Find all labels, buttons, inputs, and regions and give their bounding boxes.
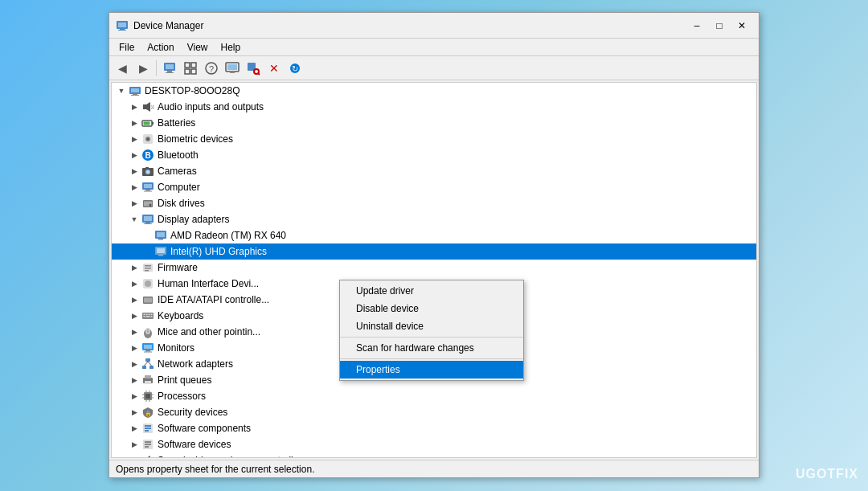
toolbar-computer[interactable] — [160, 59, 179, 78]
keyboards-toggle[interactable]: ▶ — [128, 312, 141, 320]
svg-rect-53 — [157, 232, 165, 237]
svg-text:B: B — [145, 151, 150, 160]
tree-swdevices[interactable]: ▶ Software devices — [112, 436, 756, 452]
tree-bluetooth[interactable]: ▶ B Bluetooth — [112, 147, 756, 163]
tree-processors[interactable]: ▶ Processors — [112, 388, 756, 404]
ctx-properties[interactable]: Properties — [340, 361, 523, 378]
ide-toggle[interactable]: ▶ — [128, 296, 141, 304]
security-toggle[interactable]: ▶ — [128, 408, 141, 416]
minimize-button[interactable]: – — [686, 18, 707, 34]
bluetooth-icon: B — [141, 148, 155, 162]
swcomponents-icon — [141, 421, 155, 436]
svg-line-85 — [148, 362, 152, 366]
svg-rect-107 — [145, 446, 149, 448]
menu-help[interactable]: Help — [215, 40, 248, 55]
ctx-uninstall-device[interactable]: Uninstall device — [340, 317, 523, 335]
ctx-scan-hardware[interactable]: Scan for hardware changes — [340, 339, 523, 357]
menu-action[interactable]: Action — [141, 40, 180, 55]
toolbar-back[interactable]: ◀ — [113, 59, 132, 78]
sound-toggle[interactable]: ▶ — [128, 456, 141, 458]
monitors-toggle[interactable]: ▶ — [128, 344, 141, 352]
security-icon: 🔒 — [141, 405, 155, 419]
print-toggle[interactable]: ▶ — [128, 376, 141, 384]
audio-label: Audio inputs and outputs — [158, 101, 264, 113]
firmware-toggle[interactable]: ▶ — [128, 264, 141, 272]
window-controls: – □ ✕ — [686, 18, 752, 34]
menu-file[interactable]: File — [113, 40, 141, 55]
bluetooth-toggle[interactable]: ▶ — [128, 151, 141, 159]
svg-rect-106 — [145, 444, 151, 445]
audio-icon: )))) — [141, 100, 155, 114]
tree-swcomponents[interactable]: ▶ Software components — [112, 420, 756, 436]
processors-toggle[interactable]: ▶ — [128, 392, 141, 400]
swcomponents-toggle[interactable]: ▶ — [128, 424, 141, 432]
tree-displayadapters[interactable]: ▼ Display adapters — [112, 211, 756, 227]
batteries-toggle[interactable]: ▶ — [128, 119, 141, 127]
svg-rect-103 — [145, 430, 149, 432]
hid-label: Human Interface Devi... — [158, 278, 259, 289]
biometric-icon — [141, 132, 155, 146]
svg-rect-9 — [191, 63, 196, 68]
tree-cameras[interactable]: ▶ Cameras — [112, 163, 756, 179]
diskdrives-toggle[interactable]: ▶ — [128, 199, 141, 207]
svg-text:)))): )))) — [151, 104, 154, 109]
svg-rect-10 — [185, 69, 190, 74]
hid-toggle[interactable]: ▶ — [128, 280, 141, 288]
displayadapters-icon — [141, 212, 155, 227]
content-area: ▼ DESKTOP-8OOO28Q ▶ — [109, 80, 759, 460]
monitors-label: Monitors — [158, 342, 194, 354]
tree-audio[interactable]: ▶ )))) Audio inputs and outputs — [112, 99, 756, 115]
svg-rect-7 — [166, 72, 174, 73]
displayadapters-toggle[interactable]: ▼ — [128, 215, 141, 223]
toolbar-refresh[interactable]: ↻ — [285, 59, 305, 78]
ide-icon — [141, 293, 155, 307]
cameras-toggle[interactable]: ▶ — [128, 167, 141, 175]
tree-computer[interactable]: ▶ Computer — [112, 179, 756, 195]
tree-batteries[interactable]: ▶ Batteries — [112, 115, 756, 131]
menu-view[interactable]: View — [181, 40, 215, 55]
root-toggle[interactable]: ▼ — [115, 87, 128, 95]
svg-rect-8 — [185, 63, 190, 68]
computer-toggle[interactable]: ▶ — [128, 183, 141, 191]
tree-firmware[interactable]: ▶ Firmware — [112, 260, 756, 276]
print-icon — [141, 373, 155, 387]
toolbar-question[interactable]: ? — [202, 59, 221, 78]
svg-line-84 — [145, 362, 149, 366]
biometric-label: Biometric devices — [158, 133, 233, 145]
ctx-update-driver[interactable]: Update driver — [340, 282, 523, 300]
toolbar-grid[interactable] — [181, 59, 200, 78]
svg-rect-44 — [144, 191, 152, 192]
tree-diskdrives[interactable]: ▶ Disk drives — [112, 195, 756, 211]
close-button[interactable]: ✕ — [731, 18, 752, 34]
ctx-disable-device[interactable]: Disable device — [340, 300, 523, 317]
toolbar-forward[interactable]: ▶ — [133, 59, 153, 78]
svg-rect-16 — [230, 72, 235, 73]
tree-security[interactable]: ▶ 🔒 Security devices — [112, 404, 756, 420]
tree-root[interactable]: ▼ DESKTOP-8OOO28Q — [112, 83, 756, 99]
mice-toggle[interactable]: ▶ — [128, 328, 141, 336]
tree-intel[interactable]: ▶ Intel(R) UHD Graphics — [112, 243, 756, 260]
ctx-separator — [340, 337, 523, 338]
tree-amd[interactable]: ▶ AMD Radeon (TM) RX 640 — [112, 227, 756, 243]
svg-rect-59 — [145, 265, 151, 267]
toolbar-screen[interactable] — [223, 59, 242, 78]
swdevices-toggle[interactable]: ▶ — [128, 440, 141, 448]
swdevices-label: Software devices — [158, 439, 231, 450]
toolbar-scan-icon[interactable] — [244, 59, 263, 78]
status-bar: Opens property sheet for the current sel… — [109, 460, 759, 477]
svg-text:↻: ↻ — [292, 64, 298, 73]
svg-rect-1 — [118, 23, 126, 27]
tree-sound[interactable]: ▶ Sound, video and game controllers — [112, 452, 756, 458]
ide-label: IDE ATA/ATAPI controlle... — [158, 294, 269, 305]
toolbar-delete[interactable]: ✕ — [264, 59, 284, 78]
svg-rect-60 — [145, 268, 151, 269]
network-toggle[interactable]: ▶ — [128, 360, 141, 368]
svg-text:?: ? — [209, 64, 214, 74]
intel-icon — [154, 244, 168, 259]
maximize-button[interactable]: □ — [709, 18, 730, 34]
security-label: Security devices — [158, 407, 227, 418]
tree-biometric[interactable]: ▶ Biometric devices — [112, 131, 756, 147]
audio-toggle[interactable]: ▶ — [128, 103, 141, 111]
biometric-toggle[interactable]: ▶ — [128, 135, 141, 143]
tree-panel[interactable]: ▼ DESKTOP-8OOO28Q ▶ — [111, 82, 757, 458]
